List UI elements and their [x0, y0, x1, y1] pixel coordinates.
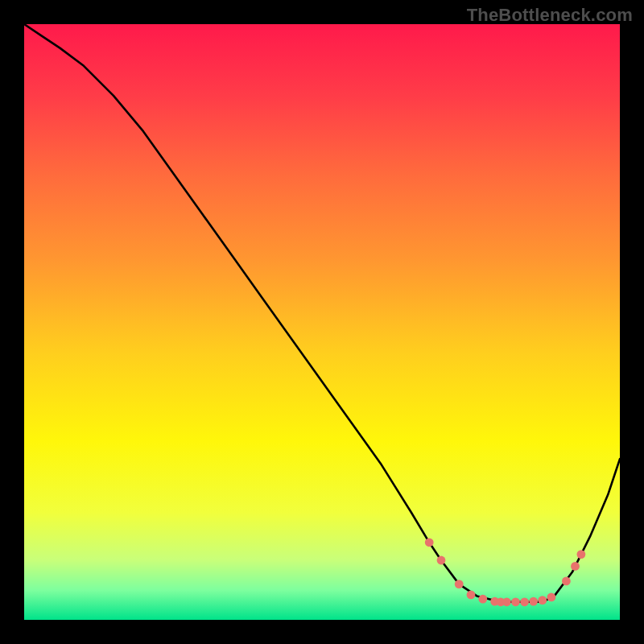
- curve-marker: [538, 596, 547, 605]
- curve-marker: [562, 577, 571, 586]
- chart-svg: [24, 24, 620, 620]
- curve-marker: [455, 580, 464, 588]
- curve-marker: [511, 597, 520, 606]
- curve-marker: [520, 597, 529, 606]
- attribution-label: TheBottleneck.com: [467, 5, 633, 26]
- curve-marker: [547, 592, 556, 601]
- curve-marker: [467, 591, 476, 600]
- curve-marker: [502, 597, 511, 606]
- curve-marker: [425, 538, 434, 547]
- gradient-background: [24, 24, 620, 620]
- chart-container: TheBottleneck.com: [0, 0, 644, 644]
- curve-marker: [437, 556, 446, 565]
- curve-marker: [571, 562, 580, 571]
- curve-marker: [529, 597, 538, 606]
- curve-marker: [478, 595, 487, 604]
- plot-area: [24, 24, 620, 620]
- curve-marker: [577, 550, 586, 559]
